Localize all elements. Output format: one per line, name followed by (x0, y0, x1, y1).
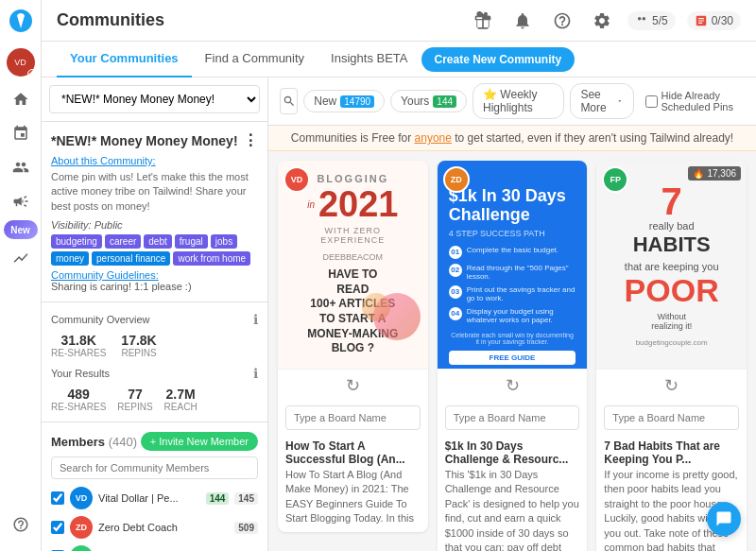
gift-icon-btn[interactable] (469, 7, 497, 35)
user-avatar[interactable]: VD (7, 48, 35, 77)
member-name-2: Zero Debt Coach (98, 522, 229, 533)
list-item: FP Financial Panther 489 (51, 543, 258, 551)
sidebar-help-btn[interactable] (6, 509, 36, 540)
filter-highlights-btn[interactable]: ⭐ Weekly Highlights (472, 83, 564, 119)
tag-personal-finance[interactable]: personal finance (92, 251, 170, 266)
pin-refresh-btn-2[interactable]: ↻ (506, 375, 520, 396)
tag-career[interactable]: career (105, 234, 141, 249)
members-header: Members (440) + Invite New Member (51, 432, 258, 451)
pin-board-row-2 (438, 402, 588, 436)
tag-work-from-home[interactable]: work from home (173, 251, 250, 266)
community-select-input[interactable]: *NEW!* Money Money Money! (49, 85, 260, 113)
pin-board-row-3 (596, 402, 747, 436)
sidebar-speaker-btn[interactable] (6, 186, 36, 216)
stats-section: Community Overview ℹ 31.8K RE-SHARES 17.… (42, 302, 267, 422)
content-area: *NEW!* Money Money Money! *NEW!* Money M… (42, 77, 756, 551)
pin-board-input-3[interactable] (604, 405, 739, 430)
stats-title: Community Overview ℹ (51, 312, 258, 327)
filter-bar: New 14790 Yours 144 ⭐ Weekly Highlights … (268, 77, 756, 126)
visibility-label: Visibility: Public (51, 219, 258, 231)
pin-column-2: ZD 🔥 5,061 $1k In 30 DaysChallenge 4 STE… (438, 161, 588, 551)
pin-refresh-btn-3[interactable]: ↻ (664, 375, 679, 396)
pin-image-challenge: ZD 🔥 5,061 $1k In 30 DaysChallenge 4 STE… (438, 161, 588, 369)
community-info: *NEW!* Money Money Money! ⋮ About this C… (42, 122, 267, 302)
create-community-btn[interactable]: Create New Community (421, 47, 576, 72)
member-checkbox-1[interactable] (51, 491, 64, 505)
member-count-1: 144 (206, 492, 230, 505)
community-guidelines: Community Guidelines: Sharing is caring!… (51, 269, 258, 292)
sidebar-new-badge: New (4, 220, 38, 239)
hide-scheduled-checkbox[interactable] (645, 95, 658, 108)
tag-money[interactable]: money (51, 251, 89, 266)
pin-actions-2: ↻ (438, 369, 588, 402)
schedule-counter[interactable]: 5/5 (627, 11, 676, 30)
help-bubble-btn[interactable] (707, 502, 741, 536)
pin-image-blogging: VD BLOGGING in 2021 WITH ZERO EXPERIENCE… (278, 161, 428, 369)
avatar-badge (27, 69, 35, 77)
sidebar-analytics-btn[interactable] (6, 152, 36, 182)
member-avatar-1: VD (70, 487, 93, 509)
invite-member-btn[interactable]: + Invite New Member (141, 432, 258, 451)
your-repins-stat: 77 REPINS (117, 387, 152, 412)
tab-find-community[interactable]: Find a Community (192, 42, 318, 77)
pin-card-blogging: VD BLOGGING in 2021 WITH ZERO EXPERIENCE… (278, 161, 428, 532)
tag-frugal[interactable]: frugal (175, 234, 208, 249)
settings-icon-btn[interactable] (588, 7, 616, 35)
your-results-title: Your Results ℹ (51, 366, 258, 381)
member-extra-1: 145 (234, 492, 258, 505)
pin-actions-3: ↻ (596, 369, 747, 402)
filter-new-btn[interactable]: New 14790 (303, 90, 385, 112)
pin-board-input-1[interactable] (285, 405, 421, 430)
community-stats-row: 31.8K RE-SHARES 17.8K REPINS (51, 333, 258, 358)
pin-title-1: How To Start A Successful Blog (An... (278, 436, 428, 468)
pin-refresh-btn-1[interactable]: ↻ (346, 375, 360, 396)
filter-yours-btn[interactable]: Yours 144 (390, 90, 467, 112)
tag-debt[interactable]: debt (144, 234, 171, 249)
tabs: Your Communities Find a Community Insigh… (57, 42, 575, 77)
header-actions: 5/5 0/30 (469, 7, 741, 35)
pin-title-3: 7 Bad Habits That are Keeping You P... (596, 436, 747, 468)
tab-insights[interactable]: Insights BETA (318, 42, 421, 77)
member-checkbox-2[interactable] (51, 521, 64, 534)
community-menu-icon[interactable]: ⋮ (243, 131, 258, 149)
tab-your-communities[interactable]: Your Communities (57, 42, 192, 77)
pin-board-row-1 (278, 402, 428, 436)
app-logo[interactable] (8, 8, 34, 37)
pin-column-3: FP 🔥 17,306 7 really bad HABITS that are… (596, 161, 747, 551)
search-members-input[interactable] (51, 456, 258, 479)
pins-grid: VD BLOGGING in 2021 WITH ZERO EXPERIENCE… (268, 151, 756, 551)
guidelines-link[interactable]: Community Guidelines: (51, 269, 159, 281)
list-item: ZD Zero Debt Coach 509 (51, 514, 258, 541)
pin-desc-2: This '$1k in 30 Days Challenge and Resou… (438, 468, 588, 551)
info-banner: Communities is Free for anyone to get st… (268, 126, 756, 151)
queue-counter[interactable]: 0/30 (687, 11, 741, 30)
list-item: VD Vital Dollar | Pe... 144 145 (51, 485, 258, 511)
member-avatar-2: ZD (70, 516, 93, 539)
info-banner-link[interactable]: anyone (415, 131, 452, 145)
members-count: (440) (109, 435, 137, 449)
about-link[interactable]: About this Community: (51, 155, 258, 166)
help-icon-btn[interactable] (548, 7, 576, 35)
pin-card-habits: FP 🔥 17,306 7 really bad HABITS that are… (596, 161, 747, 551)
sidebar-home-btn[interactable] (6, 84, 36, 114)
notification-icon-btn[interactable] (508, 7, 537, 35)
your-results-info-icon[interactable]: ℹ (253, 366, 258, 381)
stats-info-icon[interactable]: ℹ (253, 312, 258, 327)
filter-search-btn[interactable] (280, 88, 298, 114)
pin-title-2: $1k In 30 Days Challenge & Resourc... (438, 436, 588, 468)
tag-jobs[interactable]: jobs (211, 234, 237, 249)
members-title: Members (440) (51, 435, 137, 449)
tag-budgeting[interactable]: budgeting (51, 234, 102, 249)
left-panel: *NEW!* Money Money Money! *NEW!* Money M… (42, 77, 268, 551)
pin-board-input-2[interactable] (445, 405, 580, 430)
queue-count-value: 0/30 (712, 14, 733, 27)
community-description: Come pin with us! Let's make this the mo… (51, 170, 258, 214)
sidebar-chart-btn[interactable] (6, 243, 36, 273)
sidebar-pin-btn[interactable] (6, 118, 36, 148)
member-count-2: 509 (234, 522, 258, 534)
your-reach-stat: 2.7M REACH (164, 387, 198, 412)
pin-column-1: VD BLOGGING in 2021 WITH ZERO EXPERIENCE… (278, 161, 428, 532)
filter-see-more-btn[interactable]: See More (570, 83, 633, 119)
tab-bar: Your Communities Find a Community Insigh… (42, 42, 756, 77)
repins-stat: 17.8K REPINS (121, 333, 156, 358)
